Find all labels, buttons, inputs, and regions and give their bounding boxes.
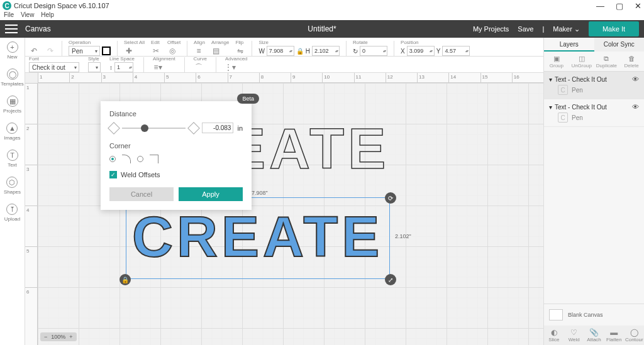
distance-slider[interactable] <box>122 128 186 129</box>
topbar-separator: | <box>542 25 544 33</box>
layer-thumb-icon: C <box>558 85 568 95</box>
blank-canvas-row[interactable]: Blank Canvas <box>544 304 644 326</box>
align-icon[interactable]: ≡ <box>194 46 204 56</box>
lock-handle-icon[interactable]: 🔒 <box>119 274 131 285</box>
distance-label: Distance <box>109 110 243 118</box>
blank-swatch <box>549 309 563 320</box>
op-weld[interactable]: ♡Weld <box>565 328 583 342</box>
apply-button[interactable]: Apply <box>179 187 243 201</box>
trash-icon: 🗑 <box>621 54 642 63</box>
visibility-icon[interactable]: 👁 <box>632 75 639 83</box>
duplicate-icon: ⧉ <box>596 54 617 63</box>
my-projects-link[interactable]: My Projects <box>473 25 509 33</box>
close-icon[interactable]: ✕ <box>635 1 641 11</box>
layer-group[interactable]: ▣Group <box>546 54 567 68</box>
zoom-control[interactable]: − 100% + <box>40 332 77 341</box>
nav-new[interactable]: +New <box>7 41 18 60</box>
redo-icon[interactable]: ↷ <box>45 46 55 56</box>
corner-round-icon <box>122 155 131 163</box>
op-slice[interactable]: ◐Slice <box>545 328 563 342</box>
corner-label: Corner <box>109 142 243 150</box>
arrange-icon[interactable]: ▤ <box>211 46 221 56</box>
make-it-button[interactable]: Make It <box>589 21 639 36</box>
shapes-icon: ⬡ <box>6 177 18 188</box>
zoom-value: 100% <box>51 334 65 340</box>
nav-shapes[interactable]: ⬡Shapes <box>4 177 21 195</box>
layer-thumb-icon: C <box>558 112 568 123</box>
offset-out-icon <box>108 122 120 134</box>
chevron-down-icon[interactable]: ▾ <box>549 76 552 83</box>
select-all-icon[interactable]: ✚ <box>124 46 134 56</box>
pos-x-input[interactable]: 3.099 <box>407 46 435 56</box>
left-nav: +New ◯Templates ▦Projects ▲Images TText … <box>0 38 25 345</box>
maximize-icon[interactable]: ▢ <box>616 1 623 11</box>
advanced-icon[interactable]: ⋮▾ <box>225 62 235 72</box>
distance-unit: in <box>237 124 243 132</box>
layers-panel: Layers Color Sync ▣Group ◫UnGroup ⧉Dupli… <box>543 38 644 345</box>
lock-aspect-icon[interactable]: 🔒 <box>296 48 304 55</box>
linespace-input[interactable]: 1 <box>114 62 133 72</box>
alignment-icon[interactable]: ≡▾ <box>153 62 163 72</box>
projects-icon: ▦ <box>7 96 18 107</box>
flip-icon[interactable]: ⇋ <box>235 46 245 56</box>
width-input[interactable]: 7.908 <box>267 46 294 56</box>
tab-color-sync[interactable]: Color Sync <box>594 38 645 52</box>
dim-height-label: 2.102" <box>395 233 411 239</box>
offset-icon[interactable]: ◎ <box>167 46 177 56</box>
height-input[interactable]: 2.102 <box>312 46 340 56</box>
layer-delete[interactable]: 🗑Delete <box>621 54 642 68</box>
tab-layers[interactable]: Layers <box>544 38 594 52</box>
op-contour[interactable]: ◯Contour <box>625 328 643 342</box>
weld-offsets-checkbox[interactable]: ✓ <box>109 171 117 178</box>
layer-duplicate[interactable]: ⧉Duplicate <box>596 54 617 68</box>
dim-width-label: 7.908" <box>252 190 268 196</box>
edit-icon[interactable]: ✂ <box>151 46 161 56</box>
machine-selector[interactable]: Maker ⌄ <box>553 25 580 33</box>
window-titlebar: C Cricut Design Space v6.10.107 — ▢ ✕ <box>0 0 644 11</box>
nav-templates[interactable]: ◯Templates <box>1 68 23 87</box>
minimize-icon[interactable]: — <box>596 1 604 11</box>
ruler-horizontal: 12345678910111213141516 <box>38 73 543 83</box>
beta-badge: Beta <box>237 94 259 104</box>
font-dropdown[interactable]: Check it out <box>29 62 79 72</box>
nav-upload[interactable]: ⤒Upload <box>4 204 20 222</box>
cancel-button[interactable]: Cancel <box>109 187 174 201</box>
nav-text[interactable]: TText <box>7 150 18 168</box>
curve-icon[interactable]: ⌒ <box>194 62 204 72</box>
style-dropdown[interactable] <box>88 62 101 72</box>
rotate-handle-icon[interactable]: ⟳ <box>385 192 396 204</box>
corner-round-radio[interactable] <box>109 156 116 162</box>
canvas-text-2[interactable]: CREATE <box>132 205 383 270</box>
distance-input[interactable]: -0.083 <box>202 123 233 133</box>
pos-y-input[interactable]: 4.57 <box>442 46 470 56</box>
plus-icon: + <box>7 41 18 53</box>
visibility-icon[interactable]: 👁 <box>632 103 639 111</box>
corner-square-radio[interactable] <box>137 156 143 162</box>
op-flatten[interactable]: ▬Flatten <box>605 328 623 342</box>
resize-handle-icon[interactable]: ⤢ <box>385 274 396 285</box>
operation-dropdown[interactable]: Pen <box>69 46 100 56</box>
zoom-out-icon[interactable]: − <box>44 334 47 340</box>
hamburger-icon[interactable] <box>5 25 18 33</box>
zoom-in-icon[interactable]: + <box>69 334 72 340</box>
nav-images[interactable]: ▲Images <box>4 123 20 141</box>
contour-icon: ◯ <box>625 328 643 337</box>
images-icon: ▲ <box>6 123 18 134</box>
menu-file[interactable]: File <box>4 11 14 18</box>
layer-item-2[interactable]: ▾Text - Check It Out👁 CPen <box>544 99 644 127</box>
nav-projects[interactable]: ▦Projects <box>3 96 21 114</box>
layer-ungroup[interactable]: ◫UnGroup <box>571 54 592 68</box>
weld-offsets-label: Weld Offsets <box>121 171 160 178</box>
save-button[interactable]: Save <box>518 25 533 33</box>
menu-view[interactable]: View <box>21 11 35 18</box>
layer-item-1[interactable]: ▾Text - Check It Out👁 CPen <box>544 72 644 99</box>
operation-color-swatch[interactable] <box>102 47 111 55</box>
app-topbar: Canvas Untitled* My Projects Save | Make… <box>0 20 644 38</box>
menu-help[interactable]: Help <box>41 11 54 18</box>
rotate-input[interactable]: 0 <box>360 46 387 56</box>
undo-icon[interactable]: ↶ <box>29 46 39 56</box>
chevron-down-icon[interactable]: ▾ <box>549 104 552 111</box>
offset-popup: Beta Distance -0.083 in Corner ✓ <box>101 101 252 210</box>
design-canvas[interactable]: 12345678910111213141516 123456 CREATE CR… <box>25 73 543 345</box>
op-attach[interactable]: 📎Attach <box>585 328 602 342</box>
